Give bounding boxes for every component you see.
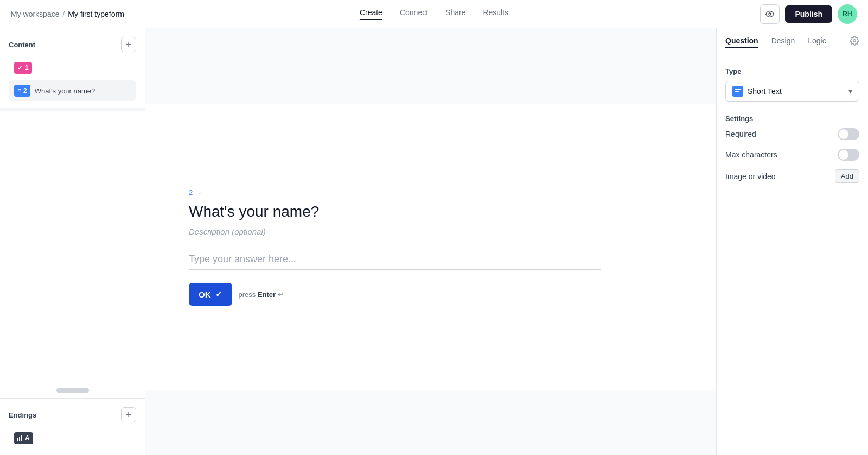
form-name: My first typeform bbox=[68, 10, 124, 18]
sidebar-item-ending-a[interactable]: A bbox=[9, 428, 136, 448]
breadcrumb-separator: / bbox=[62, 10, 65, 18]
endings-title: Endings bbox=[9, 411, 36, 419]
required-toggle[interactable] bbox=[838, 128, 859, 140]
question-num: 2 bbox=[189, 188, 193, 197]
max-characters-toggle[interactable] bbox=[838, 149, 859, 161]
badge-number-1: 1 bbox=[25, 64, 29, 72]
publish-button[interactable]: Publish bbox=[785, 5, 832, 23]
main-layout: Content + ✓ 1 ≡ 2 What's your name? bbox=[0, 28, 868, 455]
max-characters-label: Max characters bbox=[725, 150, 777, 159]
breadcrumb: My workspace / My first typeform bbox=[11, 10, 124, 18]
svg-point-4 bbox=[853, 40, 856, 42]
type-section: Type Short Text ▾ bbox=[725, 67, 859, 102]
image-video-row: Image or video Add bbox=[725, 169, 859, 183]
panel-tab-logic[interactable]: Logic bbox=[808, 36, 826, 48]
settings-title: Settings bbox=[725, 115, 859, 123]
ok-label: OK bbox=[199, 290, 211, 299]
type-value: Short Text bbox=[748, 87, 844, 96]
short-text-icon bbox=[732, 86, 743, 97]
avatar[interactable]: RH bbox=[838, 4, 857, 24]
press-enter-hint: press Enter ↵ bbox=[239, 290, 284, 299]
ending-badge: A bbox=[14, 432, 33, 444]
image-video-label: Image or video bbox=[725, 172, 776, 181]
sidebar-item-1[interactable]: ✓ 1 bbox=[9, 58, 136, 78]
canvas-top-bar bbox=[145, 28, 716, 104]
answer-input[interactable] bbox=[189, 254, 601, 270]
bar-chart-icon bbox=[17, 435, 23, 441]
nav-tabs: Create Connect Share Results bbox=[360, 8, 508, 20]
settings-section: Settings Required Max characters Image o… bbox=[725, 115, 859, 183]
question-description[interactable]: Description (optional) bbox=[189, 227, 673, 236]
required-label: Required bbox=[725, 130, 756, 138]
press-text: press bbox=[239, 290, 256, 299]
svg-rect-2 bbox=[19, 437, 20, 441]
question-title[interactable]: What's your name? bbox=[189, 202, 673, 222]
svg-rect-1 bbox=[17, 438, 18, 441]
content-section: Content + ✓ 1 ≡ 2 What's your name? bbox=[0, 28, 145, 108]
right-panel: Question Design Logic Type bbox=[716, 28, 868, 455]
scrollbar-track bbox=[56, 388, 89, 393]
top-navigation: My workspace / My first typeform Create … bbox=[0, 0, 868, 28]
preview-button[interactable] bbox=[760, 4, 780, 24]
type-section-title: Type bbox=[725, 67, 859, 75]
canvas: 2 → What's your name? Description (optio… bbox=[145, 28, 716, 455]
item-badge-1: ✓ 1 bbox=[14, 62, 32, 74]
badge-checkmark-1: ✓ bbox=[17, 64, 23, 72]
eye-icon bbox=[765, 10, 774, 18]
item-badge-2: ≡ 2 bbox=[14, 85, 30, 97]
question-arrow-icon: → bbox=[195, 188, 202, 197]
canvas-bottom-bar bbox=[145, 390, 716, 455]
sidebar-item-2[interactable]: ≡ 2 What's your name? bbox=[9, 80, 136, 101]
enter-key-label: Enter bbox=[258, 290, 278, 299]
enter-symbol: ↵ bbox=[278, 290, 284, 299]
ok-button[interactable]: OK ✓ bbox=[189, 283, 232, 306]
svg-point-0 bbox=[769, 13, 771, 15]
workspace-link[interactable]: My workspace bbox=[11, 10, 59, 18]
panel-tab-design[interactable]: Design bbox=[771, 36, 795, 48]
sidebar-scroll-area bbox=[0, 111, 145, 398]
svg-rect-5 bbox=[735, 89, 741, 90]
add-endings-button[interactable]: + bbox=[121, 407, 136, 422]
required-row: Required bbox=[725, 128, 859, 140]
badge-number-2: 2 bbox=[23, 87, 27, 94]
max-characters-row: Max characters bbox=[725, 149, 859, 161]
content-header: Content + bbox=[9, 37, 136, 52]
content-title: Content bbox=[9, 41, 35, 49]
endings-section: Endings + A bbox=[0, 398, 145, 455]
svg-rect-6 bbox=[735, 91, 739, 92]
question-number-row: 2 → bbox=[189, 188, 673, 197]
tab-create[interactable]: Create bbox=[360, 8, 382, 20]
badge-icon-2: ≡ bbox=[17, 87, 21, 94]
tab-share[interactable]: Share bbox=[445, 8, 465, 20]
svg-rect-3 bbox=[21, 435, 22, 441]
ok-row: OK ✓ press Enter ↵ bbox=[189, 283, 673, 306]
panel-body: Type Short Text ▾ Settings Required bbox=[717, 56, 868, 194]
gear-icon[interactable] bbox=[850, 36, 859, 48]
item-label-2: What's your name? bbox=[35, 87, 95, 95]
sidebar: Content + ✓ 1 ≡ 2 What's your name? bbox=[0, 28, 145, 455]
type-dropdown[interactable]: Short Text ▾ bbox=[725, 81, 859, 102]
add-media-button[interactable]: Add bbox=[835, 169, 859, 183]
tab-connect[interactable]: Connect bbox=[400, 8, 428, 20]
ok-checkmark-icon: ✓ bbox=[215, 289, 222, 299]
tab-results[interactable]: Results bbox=[483, 8, 508, 20]
canvas-main: 2 → What's your name? Description (optio… bbox=[145, 104, 716, 390]
add-content-button[interactable]: + bbox=[121, 37, 136, 52]
endings-header: Endings + bbox=[9, 407, 136, 422]
chevron-down-icon: ▾ bbox=[848, 87, 852, 96]
topnav-right: Publish RH bbox=[760, 4, 857, 24]
right-panel-tabs: Question Design Logic bbox=[717, 28, 868, 56]
panel-tab-question[interactable]: Question bbox=[725, 36, 758, 48]
